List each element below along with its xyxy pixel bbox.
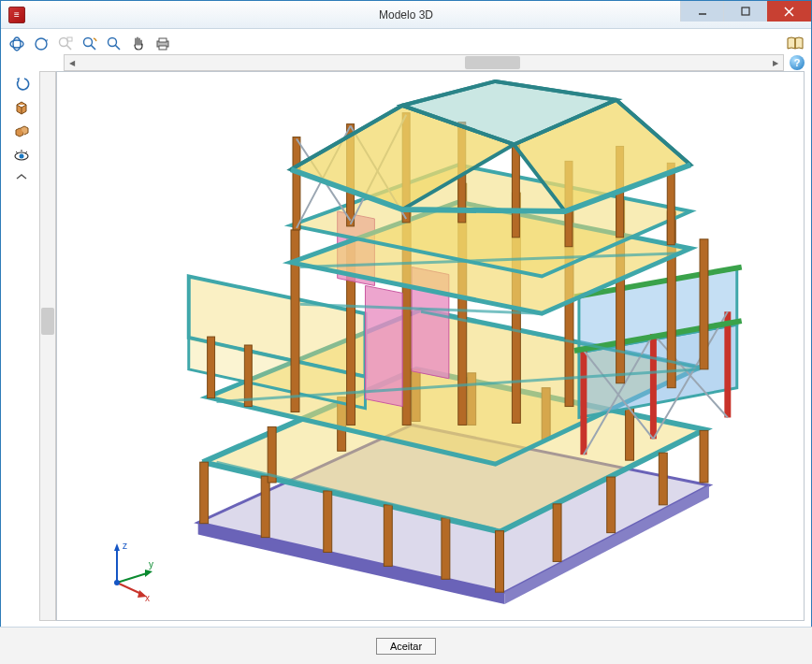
svg-line-11	[91, 45, 95, 50]
svg-rect-31	[659, 453, 667, 505]
undo-icon[interactable]	[11, 73, 32, 94]
vertical-scrollbar[interactable]	[39, 71, 56, 621]
svg-rect-54	[244, 345, 252, 407]
svg-rect-16	[159, 46, 167, 50]
minimize-button[interactable]	[680, 1, 723, 22]
svg-rect-33	[626, 409, 634, 461]
app-icon: ≡	[8, 7, 25, 23]
svg-line-98	[117, 573, 147, 583]
zoom-window-icon[interactable]	[55, 34, 76, 54]
orbit-icon[interactable]	[7, 34, 27, 54]
svg-rect-27	[442, 518, 450, 580]
rotate-icon[interactable]	[31, 34, 51, 54]
svg-point-4	[10, 40, 23, 48]
pan-icon[interactable]	[128, 34, 149, 54]
svg-point-6	[36, 38, 47, 50]
svg-rect-63	[700, 239, 708, 369]
svg-text:x: x	[145, 593, 150, 601]
svg-text:y: y	[149, 559, 153, 570]
close-button[interactable]	[766, 1, 811, 22]
svg-marker-96	[114, 543, 120, 551]
svg-rect-30	[607, 477, 616, 533]
svg-point-104	[114, 580, 120, 585]
scroll-right-icon[interactable]: ▶	[768, 55, 783, 70]
v-scroll-thumb[interactable]	[41, 308, 54, 335]
axis-gizmo: z y x	[98, 536, 164, 601]
top-toolbar	[1, 29, 811, 55]
horizontal-scrollbar[interactable]: ◀ ▶	[64, 54, 784, 71]
svg-line-101	[117, 583, 141, 594]
svg-rect-32	[700, 430, 708, 483]
svg-point-18	[20, 154, 24, 159]
svg-rect-26	[384, 505, 392, 567]
model-3d	[57, 72, 804, 620]
svg-rect-28	[496, 531, 504, 593]
svg-rect-24	[261, 476, 269, 538]
side-toolbar	[7, 71, 36, 621]
svg-point-5	[13, 37, 21, 51]
svg-rect-1	[742, 7, 749, 15]
viewport-3d[interactable]: z y x	[56, 71, 805, 621]
chevron-up-icon[interactable]	[11, 170, 32, 183]
accept-button[interactable]: Aceitar	[376, 638, 436, 655]
svg-rect-29	[553, 504, 561, 562]
maximize-button[interactable]	[723, 1, 766, 22]
svg-marker-99	[145, 570, 152, 577]
svg-rect-53	[208, 337, 215, 398]
book-icon[interactable]	[785, 34, 805, 54]
svg-rect-15	[159, 38, 167, 42]
scroll-left-icon[interactable]: ◀	[65, 55, 80, 70]
box-icon[interactable]	[11, 97, 32, 118]
svg-rect-55	[291, 230, 299, 412]
eye-icon[interactable]	[11, 146, 32, 166]
bottom-bar: Aceitar	[0, 627, 812, 664]
titlebar: ≡ Modelo 3D	[1, 1, 811, 29]
svg-rect-69	[293, 137, 300, 230]
print-icon[interactable]	[152, 34, 173, 54]
help-icon[interactable]: ?	[790, 55, 805, 70]
svg-rect-73	[512, 144, 519, 237]
zoom-icon[interactable]	[104, 34, 124, 54]
svg-rect-25	[324, 491, 332, 553]
h-scroll-thumb[interactable]	[465, 56, 520, 69]
svg-text:z: z	[123, 541, 127, 551]
svg-line-8	[66, 45, 71, 50]
zoom-extents-icon[interactable]	[80, 34, 100, 54]
svg-rect-23	[200, 462, 209, 524]
boxes-icon[interactable]	[11, 122, 32, 142]
svg-line-13	[115, 45, 120, 50]
